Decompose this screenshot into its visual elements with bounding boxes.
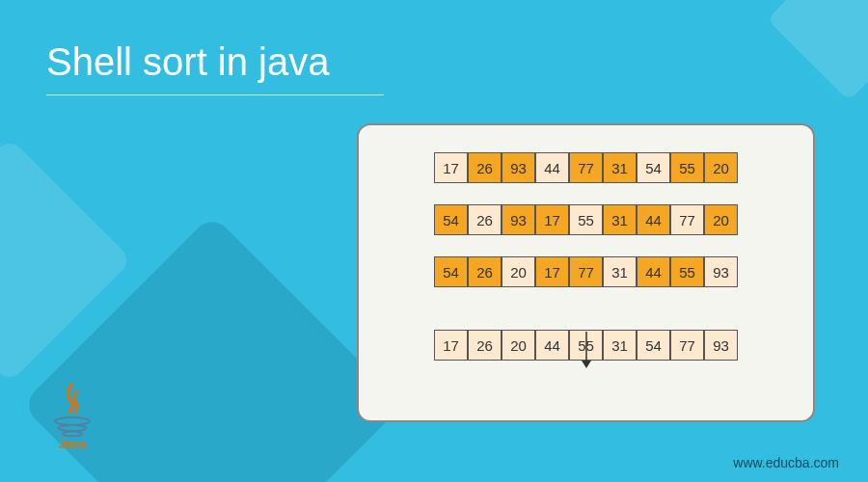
array-row-3: 542620177731445593 [434, 256, 738, 287]
array-cell: 54 [434, 256, 468, 287]
array-cell: 31 [603, 204, 637, 235]
array-cell: 77 [670, 204, 704, 235]
svg-text:Java: Java [59, 437, 88, 451]
array-cell: 31 [603, 152, 637, 183]
array-cell: 26 [468, 330, 502, 361]
array-cell: 20 [704, 204, 738, 235]
diagram-panel: 172693447731545520 542693175531447720 54… [357, 123, 815, 422]
array-cell: 54 [434, 204, 468, 235]
array-cell: 77 [569, 256, 603, 287]
array-cell: 54 [637, 152, 670, 183]
svg-marker-5 [582, 361, 591, 368]
array-cell: 17 [434, 330, 468, 361]
bg-decor-shape [767, 0, 868, 101]
array-cell: 93 [502, 152, 535, 183]
svg-point-1 [59, 425, 86, 431]
arrow-down-icon [577, 330, 596, 370]
array-cell: 44 [535, 152, 569, 183]
array-cell: 20 [502, 256, 535, 287]
array-cell: 44 [637, 204, 670, 235]
array-cell: 26 [468, 204, 502, 235]
array-cell: 17 [434, 152, 468, 183]
array-cell: 55 [670, 152, 704, 183]
array-cell: 77 [569, 152, 603, 183]
array-cell: 17 [535, 256, 569, 287]
java-logo: Java [39, 376, 106, 453]
array-cell: 26 [468, 256, 502, 287]
array-cell: 55 [569, 204, 603, 235]
array-cell: 44 [637, 256, 670, 287]
array-cell: 20 [704, 152, 738, 183]
svg-point-2 [63, 431, 82, 436]
array-cell: 17 [535, 204, 569, 235]
array-cell: 55 [670, 256, 704, 287]
site-url: www.educba.com [733, 455, 839, 470]
array-row-2: 542693175531447720 [434, 204, 738, 235]
array-cell: 54 [637, 330, 670, 361]
array-cell: 44 [535, 330, 569, 361]
array-cell: 93 [704, 256, 738, 287]
title-underline [46, 94, 384, 95]
array-cell: 93 [502, 204, 535, 235]
page-title: Shell sort in java [46, 40, 329, 84]
array-cell: 31 [603, 256, 637, 287]
array-cell: 31 [603, 330, 637, 361]
array-row-1: 172693447731545520 [434, 152, 738, 183]
array-cell: 26 [468, 152, 502, 183]
svg-point-0 [55, 417, 90, 425]
array-cell: 93 [704, 330, 738, 361]
array-cell: 77 [670, 330, 704, 361]
array-cell: 20 [502, 330, 535, 361]
